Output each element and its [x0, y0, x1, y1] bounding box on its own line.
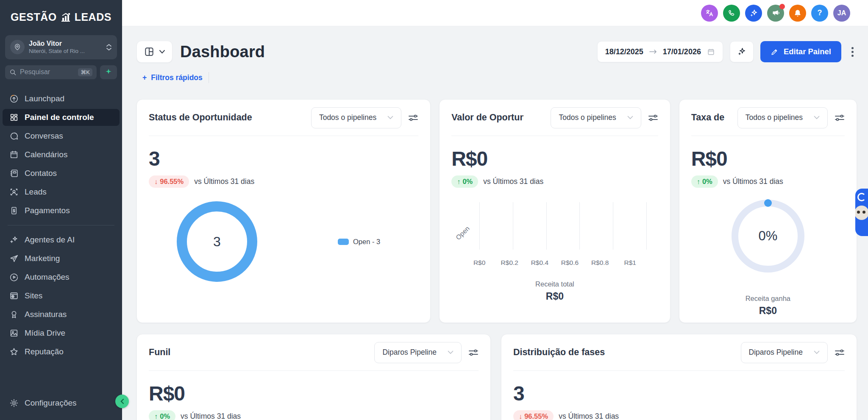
chevron-down-icon	[159, 50, 165, 54]
play-circle-icon	[9, 273, 19, 282]
status-trend-badge: ↓ 96.55%	[149, 175, 189, 188]
contact-book-icon	[9, 169, 19, 178]
sidebar-item-marketing[interactable]: Marketing	[3, 250, 120, 267]
sliders-icon	[408, 113, 418, 122]
launchpad-icon	[9, 94, 19, 103]
pencil-icon	[771, 48, 779, 56]
sliders-icon	[648, 113, 658, 122]
phone-button[interactable]	[723, 5, 740, 22]
sidebar-item-label: Sites	[25, 291, 42, 300]
help-button[interactable]: ?	[811, 5, 828, 22]
sidebar-menu: Launchpad Painel de controle Conversas C…	[0, 89, 122, 420]
gauge-ring[interactable]: 0%	[732, 200, 804, 273]
widget-settings-button[interactable]	[835, 348, 845, 357]
location-pin-icon	[10, 40, 25, 54]
vs-period-label: vs Últimos 31 dias	[559, 412, 619, 420]
sidebar-item-assinaturas[interactable]: Assinaturas	[3, 306, 120, 323]
brand-logo: GESTÃO LEADS	[0, 0, 122, 31]
sidebar-item-reputacao[interactable]: Reputação	[3, 343, 120, 360]
fases-trend-badge: ↓ 96.55%	[513, 410, 554, 420]
sidebar-item-label: Assinaturas	[25, 310, 67, 319]
sidebar-item-launchpad[interactable]: Launchpad	[3, 90, 120, 107]
sidebar-collapse-button[interactable]	[115, 395, 129, 408]
ai-insights-button[interactable]	[730, 41, 754, 62]
sliders-icon	[835, 348, 845, 357]
notifications-button[interactable]	[789, 5, 806, 22]
chevron-left-icon	[120, 398, 124, 404]
quick-filters-label: Filtros rápidos	[151, 73, 203, 82]
announcements-button[interactable]	[767, 5, 784, 22]
ai-sparkle-icon	[9, 235, 19, 245]
pipeline-select[interactable]: Todos o pipelines	[551, 107, 641, 128]
pipeline-select[interactable]: Todos o pipelines	[737, 107, 828, 128]
sidebar-item-sites[interactable]: Sites	[3, 287, 120, 304]
chat-bubble-icon	[9, 131, 19, 141]
sidebar-item-label: Calendários	[25, 150, 67, 159]
widget-settings-button[interactable]	[835, 113, 845, 122]
sidebar-item-midia-drive[interactable]: Mídia Drive	[3, 325, 120, 342]
date-range-picker[interactable]: 18/12/2025 17/01/2026	[597, 41, 723, 62]
widget-settings-button[interactable]	[468, 348, 479, 357]
sidebar-item-agentes-de-ai[interactable]: Agentes de AI	[3, 231, 120, 248]
filters-divider	[209, 72, 209, 83]
megaphone-icon	[771, 8, 780, 17]
quick-filters-link[interactable]: + Filtros rápidos	[142, 73, 203, 82]
sidebar-item-automacoes[interactable]: Automações	[3, 269, 120, 286]
edit-panel-button[interactable]: Editar Painel	[760, 41, 841, 62]
valor-trend-badge: ↑ 0%	[451, 175, 478, 188]
card-title: Taxa de	[691, 112, 724, 123]
sidebar-item-conversas[interactable]: Conversas	[3, 128, 120, 145]
plot-area[interactable]	[479, 202, 646, 250]
sidebar-item-painel-de-controle[interactable]: Painel de controle	[3, 109, 120, 126]
phone-icon	[727, 9, 736, 17]
pipeline-select[interactable]: Diparos Pipeline	[374, 342, 461, 363]
widget-settings-button[interactable]	[648, 113, 658, 122]
dashboard-layout-selector[interactable]	[136, 41, 172, 63]
card-funil: Funil Diparos Pipeline R$0 ↑ 0% vs	[136, 334, 491, 420]
pipeline-select[interactable]: Todos o pipelines	[311, 107, 401, 128]
image-icon	[9, 328, 19, 338]
donut-ring[interactable]: 3	[177, 201, 257, 282]
date-end: 17/01/2026	[663, 47, 701, 56]
badge-rosette-icon	[9, 310, 19, 319]
search-placeholder: Pesquisar	[20, 68, 50, 76]
chart-legend[interactable]: Open - 3	[338, 238, 380, 246]
sidebar-item-label: Launchpad	[25, 94, 64, 103]
sidebar-item-pagamentos[interactable]: Pagamentos	[3, 202, 120, 219]
receita-ganha-label: Receita ganha	[691, 295, 845, 303]
more-options-button[interactable]	[848, 44, 857, 60]
sidebar-item-contatos[interactable]: Contatos	[3, 165, 120, 182]
sidebar-item-label: Reputação	[25, 347, 64, 356]
account-switcher[interactable]: João Vitor Niterói, State of Rio ...	[5, 35, 117, 59]
gridline	[579, 202, 580, 250]
avatar[interactable]: JA	[833, 5, 850, 22]
sidebar-item-calendarios[interactable]: Calendários	[3, 146, 120, 163]
ai-search-button[interactable]	[100, 65, 117, 79]
arrow-right-icon	[649, 49, 657, 54]
arrow-up-icon: ↑	[457, 178, 460, 186]
layout-board-icon	[144, 46, 155, 57]
brand-name-right: LEADS	[75, 11, 111, 23]
arrow-down-icon: ↓	[519, 412, 522, 420]
avatar-initials: JA	[837, 9, 846, 17]
legend-swatch	[338, 239, 349, 245]
leads-icon	[9, 187, 19, 197]
pipeline-select[interactable]: Diparos Pipeline	[741, 342, 828, 363]
tick-label: R$0.2	[501, 259, 518, 267]
search-input[interactable]: Pesquisar ⌘K	[5, 65, 97, 79]
sparkles-icon	[749, 8, 758, 18]
sidebar-item-leads[interactable]: Leads	[3, 184, 120, 200]
star-icon	[9, 347, 19, 356]
search-shortcut: ⌘K	[78, 68, 92, 76]
vs-period-label: vs Últimos 31 dias	[723, 177, 783, 186]
date-start: 18/12/2025	[605, 47, 643, 56]
vs-period-label: vs Últimos 31 dias	[483, 177, 543, 186]
sparkles-button[interactable]	[745, 5, 762, 22]
widget-settings-button[interactable]	[408, 113, 418, 122]
translate-button[interactable]	[701, 5, 718, 22]
calendar-icon	[707, 48, 715, 56]
assistant-float-widget[interactable]	[855, 189, 868, 236]
sidebar-item-label: Contatos	[25, 169, 57, 178]
sidebar-item-configuracoes[interactable]: Configurações	[3, 395, 120, 412]
tick-label: R$0.6	[561, 259, 579, 267]
